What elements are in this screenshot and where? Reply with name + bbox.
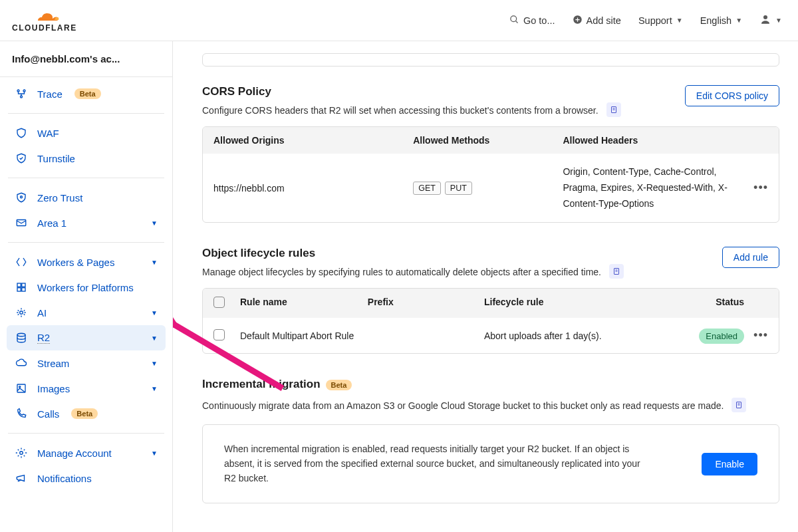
th-origins: Allowed Origins	[213, 135, 413, 146]
nav-label: Turnstile	[37, 153, 75, 164]
sidebar-item-area1[interactable]: Area 1 ▼	[7, 210, 166, 235]
sidebar-item-trace[interactable]: Trace Beta	[7, 81, 166, 106]
svg-point-0	[511, 15, 517, 21]
nav-label: Stream	[37, 358, 69, 369]
megaphone-icon	[15, 472, 28, 484]
main-content: CORS Policy Configure CORS headers that …	[173, 41, 798, 532]
svg-point-13	[20, 311, 23, 315]
svg-point-5	[23, 90, 25, 92]
user-menu[interactable]: ▼	[759, 13, 782, 27]
sidebar-item-turnstile[interactable]: Turnstile	[7, 146, 166, 171]
phone-icon	[15, 408, 28, 420]
topbar-right: Go to... Add site Support ▼ English ▼ ▼	[509, 13, 782, 27]
nav-label: Workers for Platforms	[37, 282, 134, 293]
sidebar-item-stream[interactable]: Stream ▼	[7, 350, 166, 376]
sidebar-item-zero-trust[interactable]: Zero Trust	[7, 185, 166, 210]
language-dropdown[interactable]: English ▼	[700, 15, 742, 26]
user-icon	[759, 13, 771, 27]
th-rule-name: Rule name	[240, 297, 368, 310]
migration-docs-link[interactable]	[732, 398, 746, 412]
plus-circle-icon	[573, 15, 583, 27]
database-icon	[15, 332, 28, 344]
nav-label: Manage Account	[37, 448, 112, 459]
cors-docs-link[interactable]	[606, 102, 621, 117]
select-all-checkbox[interactable]	[213, 297, 225, 308]
sidebar-item-ai[interactable]: AI ▼	[7, 300, 166, 325]
rule-desc: Abort uploads after 1 day(s).	[484, 331, 671, 341]
nav-label: Trace	[37, 88, 63, 100]
migration-title: Incremental migration	[202, 378, 321, 390]
shield-icon	[15, 127, 28, 139]
cors-description: Configure CORS headers that R2 will set …	[202, 105, 598, 116]
account-switcher[interactable]: Info@nebbl.com's ac...	[0, 41, 172, 77]
lifecycle-docs-link[interactable]	[609, 264, 624, 279]
gear-icon	[15, 447, 28, 459]
svg-rect-11	[17, 288, 21, 291]
chevron-down-icon: ▼	[151, 334, 158, 342]
row-checkbox[interactable]	[213, 329, 225, 340]
goto-button[interactable]: Go to...	[509, 15, 555, 27]
sidebar-item-workers-platforms[interactable]: Workers for Platforms	[7, 275, 166, 300]
chevron-down-icon: ▼	[151, 385, 158, 392]
cloudflare-logo[interactable]: CLOUDFLARE	[12, 9, 77, 32]
logo-text: CLOUDFLARE	[12, 24, 77, 32]
lifecycle-table: Rule name Prefix Lifecycle rule Status D…	[202, 288, 779, 354]
add-site-label: Add site	[587, 15, 621, 26]
nav-label: Area 1	[37, 217, 66, 229]
svg-point-3	[763, 15, 767, 19]
add-rule-button[interactable]: Add rule	[722, 247, 779, 268]
sidebar-item-notifications[interactable]: Notifications	[7, 466, 166, 491]
support-label: Support	[638, 15, 672, 26]
lifecycle-row: Default Multipart Abort Rule Abort uploa…	[203, 318, 779, 353]
beta-badge: Beta	[74, 88, 101, 99]
rule-name: Default Multipart Abort Rule	[240, 331, 368, 341]
nav-label: Images	[37, 383, 70, 394]
workers-icon	[15, 256, 28, 268]
edit-cors-button[interactable]: Edit CORS policy	[685, 85, 779, 106]
chevron-down-icon: ▼	[676, 17, 683, 24]
th-headers: Allowed Headers	[563, 135, 741, 146]
sidebar-item-workers-pages[interactable]: Workers & Pages ▼	[7, 249, 166, 275]
migration-box-text: When incremental migration is enabled, r…	[224, 442, 650, 485]
lifecycle-description: Manage object lifecycles by specifying r…	[202, 267, 601, 277]
method-put: PUT	[445, 182, 472, 195]
migration-description: Continuously migrate data from an Amazon…	[202, 400, 724, 411]
search-icon	[509, 15, 519, 27]
sidebar-item-waf[interactable]: WAF	[7, 120, 166, 146]
nav-label: Calls	[37, 408, 59, 420]
support-dropdown[interactable]: Support ▼	[638, 15, 683, 26]
chevron-down-icon: ▼	[775, 17, 782, 24]
chevron-down-icon: ▼	[151, 450, 158, 457]
lifecycle-row-actions[interactable]: •••	[753, 329, 768, 342]
check-shield-icon	[15, 152, 28, 164]
cloud-icon	[29, 9, 60, 24]
sidebar-item-manage-account[interactable]: Manage Account ▼	[7, 440, 166, 466]
svg-point-4	[17, 90, 19, 92]
goto-label: Go to...	[523, 15, 555, 26]
trace-icon	[15, 88, 28, 100]
sidebar-item-images[interactable]: Images ▼	[7, 376, 166, 401]
svg-point-14	[17, 333, 25, 336]
sidebar-item-calls[interactable]: Calls Beta	[7, 401, 166, 426]
svg-line-1	[515, 21, 517, 23]
cors-headers-list: Origin, Content-Type, Cache-Control, Pra…	[563, 164, 741, 211]
topbar: CLOUDFLARE Go to... Add site Support ▼ E…	[0, 0, 798, 41]
svg-point-17	[20, 452, 23, 455]
nav-label: Workers & Pages	[37, 257, 114, 268]
svg-point-6	[21, 96, 23, 98]
cloud-icon	[15, 357, 28, 369]
add-site-button[interactable]: Add site	[573, 15, 621, 27]
th-prefix: Prefix	[368, 297, 484, 310]
enable-migration-button[interactable]: Enable	[702, 453, 757, 475]
lifecycle-section: Object lifecycle rules Manage object lif…	[202, 247, 779, 354]
image-icon	[15, 382, 28, 394]
mail-icon	[15, 217, 28, 229]
nav-label: Zero Trust	[37, 192, 82, 203]
migration-section: Incremental migration Beta Continuously …	[202, 378, 779, 503]
zero-trust-icon	[15, 192, 28, 203]
cors-row-actions[interactable]: •••	[753, 181, 768, 194]
lifecycle-title: Object lifecycle rules	[202, 247, 624, 260]
chevron-down-icon: ▼	[151, 360, 158, 367]
sidebar-item-r2[interactable]: R2 ▼	[7, 325, 166, 350]
chevron-down-icon: ▼	[151, 309, 158, 317]
